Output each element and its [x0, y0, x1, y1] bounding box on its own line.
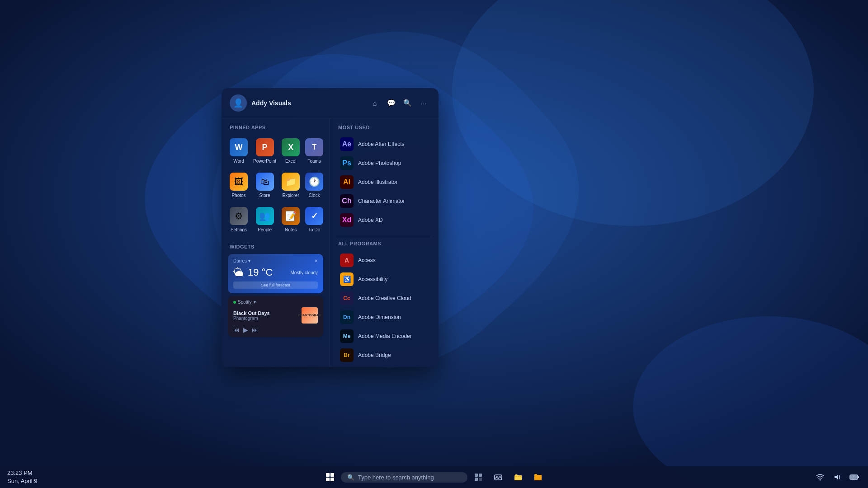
app-item-ch[interactable]: Ch Character Animator [336, 192, 432, 211]
clock-date: Sun, April 9 [7, 477, 38, 485]
pinned-app-store[interactable]: 🛍 Store [251, 169, 278, 202]
pinned-app-explorer[interactable]: 📁 Explorer [280, 169, 302, 202]
pinned-app-excel[interactable]: X Excel [280, 135, 302, 167]
app-item-ai[interactable]: Ai Adobe Illustrator [336, 173, 432, 192]
svg-rect-4 [330, 473, 334, 477]
start-menu-right-panel: Most used Ae Adobe After Effects Ps Adob… [330, 118, 439, 367]
dimension-name: Adobe Dimension [358, 314, 401, 320]
store-icon: 🛍 [256, 173, 274, 191]
svg-rect-16 [850, 475, 857, 479]
app-item-bridge[interactable]: Br Adobe Bridge [336, 346, 432, 365]
search-icon[interactable]: 🔍 [401, 96, 414, 110]
weather-location: Durres ▾ [233, 258, 250, 263]
taskbar-search-bar[interactable]: 🔍 Type here to search anything [341, 472, 467, 483]
taskbar-search-placeholder: Type here to search anything [358, 474, 434, 481]
svg-rect-5 [326, 478, 330, 481]
app-item-xd[interactable]: Xd Adobe XD [336, 211, 432, 230]
spotify-track-info: Black Out Days Phantogram [233, 310, 298, 321]
word-label: Word [233, 159, 244, 164]
app-item-media-encoder[interactable]: Me Adobe Media Encoder [336, 327, 432, 346]
weather-condition-icon: 🌥 [233, 266, 244, 279]
weather-main: 🌥 19 °C Mostly cloudy [233, 266, 318, 279]
svg-rect-6 [330, 478, 334, 481]
widgets-section: Widgets Durres ▾ ✕ 🌥 19 °C Mostly cloudy [228, 244, 323, 337]
pinned-apps-title: Pinned Apps [228, 125, 323, 130]
xd-icon: Xd [340, 213, 354, 227]
ai-icon: Ai [340, 175, 354, 189]
battery-icon[interactable] [846, 469, 863, 485]
more-options-icon[interactable]: ··· [417, 96, 430, 110]
widgets-title: Widgets [228, 244, 323, 249]
pinned-apps-grid: W Word P PowerPoint X Excel T Teams 🖼 [228, 135, 323, 236]
svg-point-13 [820, 479, 821, 481]
photos-label: Photos [231, 193, 245, 198]
spotify-prev-icon[interactable]: ⏮ [233, 326, 240, 333]
ch-icon: Ch [340, 194, 354, 208]
ae-icon: Ae [340, 137, 354, 151]
section-divider [336, 237, 432, 237]
taskbar-center: 🔍 Type here to search anything [321, 468, 547, 486]
weather-temperature: 19 °C [248, 267, 273, 278]
weather-widget[interactable]: Durres ▾ ✕ 🌥 19 °C Mostly cloudy See ful… [228, 254, 323, 293]
start-button[interactable] [321, 468, 339, 486]
wifi-icon[interactable] [812, 469, 828, 485]
excel-label: Excel [285, 159, 296, 164]
spotify-next-icon[interactable]: ⏭ [252, 326, 258, 333]
bridge-icon: Br [340, 348, 354, 362]
spotify-main: Black Out Days Phantogram PHANTOGRAM [233, 307, 318, 324]
svg-point-2 [633, 316, 868, 488]
spotify-controls: ⏮ ▶ ⏭ [233, 326, 318, 333]
teams-icon: T [305, 138, 323, 156]
taskbar-task-view[interactable] [469, 468, 487, 486]
username: Addy Visuals [251, 99, 363, 107]
app-item-accessibility[interactable]: ♿ Accessibility [336, 270, 432, 289]
ps-name: Adobe Photoshop [358, 160, 401, 166]
ps-icon: Ps [340, 156, 354, 170]
pinned-app-teams[interactable]: T Teams [303, 135, 325, 167]
media-encoder-name: Adobe Media Encoder [358, 333, 412, 339]
access-icon: A [340, 253, 354, 267]
app-item-ae[interactable]: Ae Adobe After Effects [336, 135, 432, 154]
chat-icon[interactable]: 💬 [384, 96, 398, 110]
pinned-app-todo[interactable]: ✓ To Do [303, 203, 325, 236]
taskbar-folder-icon[interactable] [529, 468, 547, 486]
taskbar-gallery-icon[interactable] [489, 468, 507, 486]
app-item-dimension[interactable]: Dn Adobe Dimension [336, 308, 432, 327]
excel-icon: X [282, 138, 300, 156]
svg-rect-7 [475, 474, 478, 477]
store-label: Store [259, 193, 270, 198]
pinned-app-photos[interactable]: 🖼 Photos [228, 169, 250, 202]
clock-label: Clock [309, 193, 320, 198]
app-item-ps[interactable]: Ps Adobe Photoshop [336, 154, 432, 173]
pinned-app-notes[interactable]: 📝 Notes [280, 203, 302, 236]
spotify-widget[interactable]: Spotify ▾ Black Out Days Phantogram PHAN… [228, 296, 323, 337]
pinned-app-settings[interactable]: ⚙ Settings [228, 203, 250, 236]
most-used-title: Most used [336, 125, 432, 130]
volume-icon[interactable] [829, 469, 845, 485]
svg-rect-8 [479, 474, 482, 477]
pinned-app-powerpoint[interactable]: P PowerPoint [251, 135, 278, 167]
taskbar-files-icon[interactable] [509, 468, 527, 486]
explorer-label: Explorer [283, 193, 299, 198]
pinned-app-word[interactable]: W Word [228, 135, 250, 167]
weather-close-icon[interactable]: ✕ [314, 258, 318, 263]
taskbar-left: 23:23 PM Sun, April 9 [0, 469, 127, 485]
powerpoint-label: PowerPoint [253, 159, 276, 164]
pinned-app-clock[interactable]: 🕐 Clock [303, 169, 325, 202]
weather-forecast-btn[interactable]: See full forecast [233, 282, 318, 289]
app-item-creative-cloud[interactable]: Cc Adobe Creative Cloud [336, 289, 432, 308]
most-used-section: Most used Ae Adobe After Effects Ps Adob… [336, 125, 432, 230]
taskbar-clock: 23:23 PM Sun, April 9 [7, 469, 38, 485]
notes-label: Notes [285, 227, 297, 232]
home-icon[interactable]: ⌂ [368, 96, 382, 110]
notes-icon: 📝 [282, 207, 300, 225]
spotify-song-title: Black Out Days [233, 310, 298, 316]
people-icon: 👥 [256, 207, 274, 225]
pinned-app-people[interactable]: 👥 People [251, 203, 278, 236]
user-avatar[interactable]: 👤 [230, 94, 247, 112]
app-item-access[interactable]: A Access [336, 251, 432, 270]
spotify-play-icon[interactable]: ▶ [243, 326, 248, 333]
spotify-artist: Phantogram [233, 316, 298, 321]
svg-rect-3 [326, 473, 330, 477]
spotify-dot [233, 301, 236, 304]
